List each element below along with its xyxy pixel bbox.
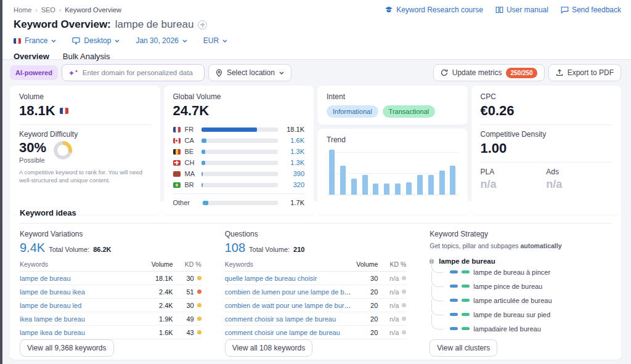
country-code[interactable]: MA <box>185 170 197 177</box>
keyword-link[interactable]: quelle lampe de bureau choisir <box>225 275 317 282</box>
kd-cell: 30 <box>173 275 202 282</box>
chevron-down-icon <box>182 39 187 42</box>
country-label: France <box>25 36 47 45</box>
keyword-link[interactable]: comment choisir sa lampe de bureau <box>225 315 336 323</box>
domain-input[interactable] <box>83 69 198 76</box>
currency-label: EUR <box>203 36 219 45</box>
export-pdf-button[interactable]: Export to PDF <box>548 64 621 81</box>
keyword-link[interactable]: lampe de bureau led <box>20 302 81 309</box>
intent-badge-transactional[interactable]: Transactional <box>383 105 436 118</box>
country-code[interactable]: CH <box>185 159 197 166</box>
volume-bar <box>202 172 203 176</box>
breadcrumb-seo[interactable]: SEO <box>41 6 55 14</box>
volume-bar <box>202 183 203 187</box>
kd-dot-icon <box>402 317 406 321</box>
country-code[interactable]: CA <box>185 137 197 144</box>
cluster-label: lampe pince de bureau <box>473 283 542 290</box>
france-flag-icon <box>14 38 21 44</box>
keyword-link[interactable]: combien de lumen pour une lampe de burea… <box>225 288 352 296</box>
col-header-kd[interactable]: KD % <box>173 261 202 268</box>
view-all-variations-button[interactable]: View all 9,368 keywords <box>20 339 114 357</box>
send-feedback-link[interactable]: Send feedback <box>561 6 621 14</box>
breadcrumb-separator: › <box>59 7 61 14</box>
add-keyword-icon[interactable] <box>198 20 207 30</box>
kd-cell: 49 <box>173 315 202 323</box>
trend-bar <box>340 166 346 195</box>
questions-column: Questions 108 Total Volume: 210 Keywords… <box>225 230 407 357</box>
keyword-link[interactable]: combien de watt pour une lampe de bureau <box>225 302 352 309</box>
select-location-button[interactable]: Select location <box>208 64 291 81</box>
keyword-cell: quelle lampe de bureau choisir <box>225 275 352 282</box>
country-code[interactable]: FR <box>185 126 197 133</box>
update-metrics-label: Update metrics <box>452 68 502 77</box>
volume-bar-track <box>202 183 279 187</box>
keyword-link[interactable]: ikea lampe de bureau <box>20 315 85 323</box>
strategy-cluster-item[interactable]: lampe de bureau sur pied <box>431 307 611 322</box>
global-volume-value: 24.7K <box>173 103 210 119</box>
cluster-label: lampe articulée de bureau <box>473 297 552 304</box>
volume-bar <box>202 127 258 132</box>
keyword-cell: ikea lampe de bureau <box>20 315 147 323</box>
trend-bar <box>329 150 335 195</box>
view-all-clusters-button[interactable]: View all clusters <box>429 339 497 357</box>
volume-cell: 20 <box>352 302 378 309</box>
user-manual-link[interactable]: User manual <box>495 6 548 14</box>
kd-value: 30 <box>186 275 193 282</box>
strategy-root[interactable]: lampe de bureau <box>429 257 611 265</box>
strategy-cluster-item[interactable]: lampe articulée de bureau <box>431 293 611 307</box>
cpc-label: CPC <box>481 92 613 101</box>
collapsed-sidebar[interactable] <box>0 0 2 364</box>
questions-label: Questions <box>225 230 407 238</box>
country-code[interactable]: BE <box>185 148 197 155</box>
kd-dot-icon <box>402 303 406 307</box>
global-volume-other: Other1.7K <box>173 193 305 208</box>
col-header-kd[interactable]: KD % <box>378 261 406 268</box>
col-header-keywords[interactable]: Keywords <box>225 261 352 268</box>
strategy-label: Keyword Strategy <box>429 230 611 238</box>
currency-selector[interactable]: EUR <box>203 36 227 45</box>
global-volume-row: Other1.7K <box>173 197 305 208</box>
view-all-questions-button[interactable]: View all 108 keywords <box>225 339 313 357</box>
ai-powered-badge: AI-powered <box>10 65 58 80</box>
keyword-link[interactable]: lampe de bureau <box>20 275 71 282</box>
update-metrics-button[interactable]: Update metrics 250/250 <box>433 64 545 81</box>
cluster-pill-green-icon <box>462 313 470 316</box>
strategy-cluster-item[interactable]: lampe de bureau à pincer <box>431 265 611 279</box>
other-label: Other <box>173 199 198 206</box>
date-selector[interactable]: Jan 30, 2026 <box>136 36 187 45</box>
breadcrumb-current: Keyword Overview <box>65 6 121 14</box>
intent-badge-informational[interactable]: Informational <box>327 105 378 118</box>
keyword-ideas-card: Keyword ideas Keyword Variations 9.4K To… <box>10 201 621 360</box>
keyword-cell: combien de watt pour une lampe de bureau <box>225 302 352 309</box>
keyword-link[interactable]: comment choisir une lampe de bureau <box>225 329 340 336</box>
col-header-keywords[interactable]: Keywords <box>20 261 147 268</box>
cluster-label: lampe de bureau sur pied <box>473 311 550 318</box>
kd-cell: 30 <box>173 302 202 309</box>
kd-label: Keyword Difficulty <box>19 130 151 139</box>
breadcrumb-home[interactable]: Home <box>14 6 31 14</box>
device-selector[interactable]: Desktop <box>72 36 120 45</box>
col-header-volume[interactable]: Volume <box>147 261 173 268</box>
sparkle-icon: ✦✦ <box>68 69 78 77</box>
cluster-pill-blue-icon <box>450 285 458 288</box>
strategy-cluster-item[interactable]: lampe pince de bureau <box>431 279 611 293</box>
table-row: ikea lampe de bureau1.9K49 <box>20 312 202 326</box>
keyword-link[interactable]: lampe ikea de bureau <box>20 329 85 336</box>
questions-count: 108 <box>225 241 245 255</box>
col-header-volume[interactable]: Volume <box>352 261 378 268</box>
kd-description: A competitive keyword to rank for. You w… <box>19 169 151 185</box>
chevron-down-icon <box>279 71 284 75</box>
kd-dot-icon <box>197 289 202 294</box>
volume-bar-track <box>203 201 279 205</box>
keyword-research-course-link[interactable]: Keyword Research course <box>385 6 483 14</box>
keyword-cell: lampe de bureau <box>20 275 147 282</box>
country-selector[interactable]: France <box>14 36 56 45</box>
kd-cell: 43 <box>173 329 202 336</box>
strategy-cluster-item[interactable]: lampadaire led bureau <box>431 322 611 336</box>
trend-bar <box>428 175 434 195</box>
ads-label: Ads <box>546 168 612 176</box>
trend-bar <box>406 182 412 195</box>
volume-bar <box>202 139 207 143</box>
keyword-link[interactable]: lampe de bureau ikea <box>20 288 85 296</box>
country-code[interactable]: BR <box>185 181 197 188</box>
